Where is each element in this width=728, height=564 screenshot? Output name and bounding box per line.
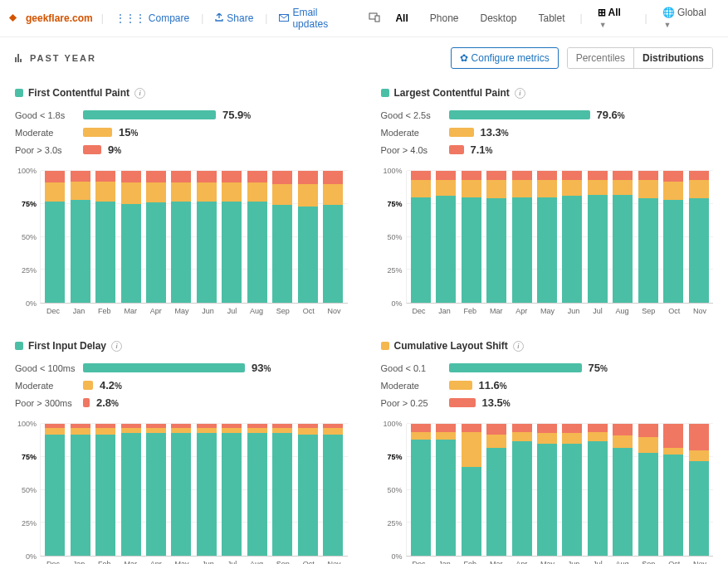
x-tick: Dec <box>46 560 60 564</box>
metric-panel-fid: First Input DelayiGood < 100ms93%Moderat… <box>15 340 348 564</box>
x-tick: May <box>540 560 555 564</box>
bar[interactable] <box>512 171 532 303</box>
summary-row: Moderate11.6% <box>381 379 714 391</box>
bar[interactable] <box>537 424 557 556</box>
info-icon[interactable]: i <box>513 341 524 352</box>
bar[interactable] <box>638 424 658 556</box>
summary-row: Moderate4.2% <box>15 379 348 391</box>
device-tablet[interactable]: Tablet <box>532 9 572 27</box>
x-tick: Jul <box>227 307 237 315</box>
bar[interactable] <box>537 171 557 303</box>
email-link[interactable]: Email updates <box>276 5 352 32</box>
bar[interactable] <box>588 424 608 556</box>
bar-segment-moderate <box>411 432 431 440</box>
device-phone[interactable]: Phone <box>423 9 466 27</box>
info-icon[interactable]: i <box>111 341 122 352</box>
x-tick: Oct <box>303 560 315 564</box>
bar[interactable] <box>638 171 658 303</box>
bar[interactable] <box>121 171 141 303</box>
configure-metrics-button[interactable]: ✿ Configure metrics <box>451 47 559 69</box>
bar[interactable] <box>462 171 481 303</box>
bar[interactable] <box>222 171 242 303</box>
y-tick: 0% <box>391 552 402 561</box>
percentiles-tab[interactable]: Percentiles <box>568 48 634 68</box>
info-icon[interactable]: i <box>515 88 525 99</box>
svg-marker-0 <box>9 14 17 22</box>
bar[interactable] <box>95 424 115 556</box>
bar[interactable] <box>486 171 506 303</box>
bar[interactable] <box>613 424 633 556</box>
bar[interactable] <box>689 424 709 556</box>
bar-segment-good <box>71 435 90 556</box>
summary-row: Poor > 3.0s9% <box>15 143 348 156</box>
bar[interactable] <box>146 171 166 303</box>
bar[interactable] <box>323 424 343 556</box>
bar[interactable] <box>298 424 318 556</box>
bar-segment-poor <box>71 171 90 182</box>
bar-segment-poor <box>537 171 557 180</box>
bar-segment-poor <box>411 171 431 180</box>
bar[interactable] <box>663 424 683 556</box>
scope-dropdown[interactable]: ⊞ All ▼ <box>591 3 637 33</box>
bar[interactable] <box>171 171 191 303</box>
device-all[interactable]: All <box>388 9 414 27</box>
bar-segment-good <box>171 433 191 556</box>
stacked-bar-chart: 100%75%50%25%0% <box>381 171 714 304</box>
info-icon[interactable]: i <box>134 88 145 99</box>
summary-label: Moderate <box>15 381 76 391</box>
bar[interactable] <box>411 424 431 556</box>
share-link[interactable]: Share <box>212 11 257 26</box>
x-tick: Oct <box>303 307 315 315</box>
bar-segment-good <box>613 195 633 303</box>
y-tick: 25% <box>387 519 402 528</box>
bar-segment-poor <box>247 171 267 182</box>
bar[interactable] <box>411 171 431 303</box>
bar-segment-moderate <box>298 184 318 207</box>
bar-segment-moderate <box>689 180 709 198</box>
bar[interactable] <box>95 171 115 303</box>
bar[interactable] <box>588 171 608 303</box>
bar[interactable] <box>247 424 267 556</box>
device-desktop[interactable]: Desktop <box>473 9 523 27</box>
bar[interactable] <box>323 171 343 303</box>
region-dropdown[interactable]: 🌐 Global ▼ <box>656 3 720 33</box>
bar[interactable] <box>71 424 90 556</box>
summary-bar <box>449 398 476 407</box>
bar[interactable] <box>272 171 292 303</box>
bar[interactable] <box>689 171 709 303</box>
bar[interactable] <box>197 424 217 556</box>
bar[interactable] <box>121 424 141 556</box>
bar[interactable] <box>171 424 191 556</box>
bar[interactable] <box>436 171 456 303</box>
summary-label: Poor > 3.0s <box>15 145 76 155</box>
bar[interactable] <box>663 171 683 303</box>
bar[interactable] <box>486 424 506 556</box>
bar[interactable] <box>272 424 292 556</box>
bar[interactable] <box>462 424 481 556</box>
compare-link[interactable]: ⋮⋮⋮ Compare <box>112 11 193 26</box>
bar-segment-poor <box>663 171 683 182</box>
bar[interactable] <box>247 171 267 303</box>
bar[interactable] <box>512 424 532 556</box>
bar[interactable] <box>45 171 65 303</box>
bar[interactable] <box>222 424 242 556</box>
bar-segment-moderate <box>71 182 90 200</box>
bar[interactable] <box>436 424 456 556</box>
summary-label: Poor > 4.0s <box>381 145 442 155</box>
bar[interactable] <box>298 171 318 303</box>
bar-segment-moderate <box>562 180 582 196</box>
bar[interactable] <box>71 171 90 303</box>
bar[interactable] <box>613 171 633 303</box>
x-tick: Jan <box>438 560 451 564</box>
globe-icon: 🌐 <box>662 7 675 18</box>
bar-segment-poor <box>171 171 191 182</box>
distributions-tab[interactable]: Distributions <box>634 48 712 68</box>
bar[interactable] <box>45 424 65 556</box>
bar[interactable] <box>197 171 217 303</box>
bar[interactable] <box>146 424 166 556</box>
bar[interactable] <box>562 171 582 303</box>
bar-segment-poor <box>298 171 318 184</box>
bar-segment-moderate <box>436 432 456 440</box>
x-tick: Aug <box>250 560 263 564</box>
bar[interactable] <box>562 424 582 556</box>
